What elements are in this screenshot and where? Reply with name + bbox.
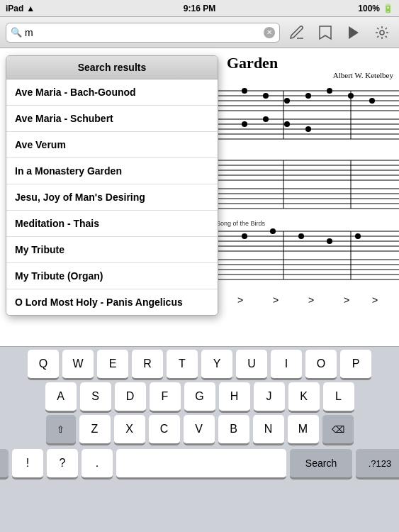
numbers-key-left[interactable]: .?123 (0, 449, 9, 479)
key-w[interactable]: W (62, 350, 94, 379)
svg-marker-0 (349, 26, 359, 39)
search-input[interactable] (25, 27, 261, 38)
delete-key[interactable]: ⌫ (322, 415, 354, 445)
key-q[interactable]: Q (28, 350, 59, 379)
search-result-item[interactable]: Jesu, Joy of Man's Desiring (6, 184, 218, 211)
key-j[interactable]: J (254, 382, 285, 412)
key-o[interactable]: O (305, 350, 337, 379)
toolbar: 🔍 ✕ (0, 17, 399, 48)
music-staves: Song of the Birds > > > > > (216, 84, 399, 346)
key-h[interactable]: H (219, 382, 250, 412)
key-t[interactable]: T (167, 350, 198, 379)
svg-point-48 (355, 233, 361, 239)
key-question[interactable]: ? (47, 449, 78, 479)
svg-text:>: > (344, 294, 349, 306)
key-c[interactable]: C (149, 415, 180, 445)
key-k[interactable]: K (288, 382, 320, 412)
search-result-item[interactable]: Ave Maria - Bach-Gounod (6, 79, 218, 106)
search-result-item[interactable]: My Tribute (Organ) (6, 263, 218, 289)
play-icon[interactable] (342, 21, 365, 44)
search-clear-button[interactable]: ✕ (264, 27, 275, 38)
key-f[interactable]: F (150, 382, 181, 412)
search-results-header: Search results (6, 56, 218, 79)
svg-text:>: > (273, 294, 279, 306)
svg-point-35 (305, 93, 311, 99)
key-period[interactable]: . (82, 449, 113, 479)
key-m[interactable]: M (288, 415, 319, 445)
svg-point-40 (263, 116, 269, 122)
search-result-item[interactable]: Meditation - Thais (6, 211, 218, 237)
search-results-list: Ave Maria - Bach-GounodAve Maria - Schub… (6, 79, 218, 315)
bookmark-icon[interactable] (314, 21, 337, 44)
keyboard-row-3: ⇧ZXCVBNM⌫ (0, 412, 399, 445)
key-p[interactable]: P (340, 350, 371, 379)
status-right: 100% 🔋 (358, 4, 393, 13)
key-n[interactable]: N (253, 415, 284, 445)
svg-point-32 (242, 88, 247, 94)
space-key[interactable] (116, 449, 286, 479)
main-content: Garden Albert W. Ketelbey (0, 48, 399, 346)
carrier-label: iPad (6, 4, 23, 13)
svg-text:Song of the Birds: Song of the Birds (216, 220, 266, 227)
key-e[interactable]: E (97, 350, 128, 379)
key-g[interactable]: G (184, 382, 215, 412)
search-result-item[interactable]: Ave Verum (6, 132, 218, 158)
key-d[interactable]: D (115, 382, 146, 412)
key-y[interactable]: Y (201, 350, 232, 379)
search-icon: 🔍 (11, 27, 22, 38)
svg-point-34 (284, 98, 290, 104)
key-r[interactable]: R (132, 350, 163, 379)
svg-point-1 (380, 31, 384, 35)
wifi-icon: ▲ (26, 4, 35, 13)
search-result-item[interactable]: O Lord Most Holy - Panis Angelicus (6, 289, 218, 315)
key-a[interactable]: A (45, 382, 77, 412)
key-v[interactable]: V (184, 415, 215, 445)
sheet-composer: Albert W. Ketelbey (333, 71, 393, 79)
search-results-dropdown: Search results Ave Maria - Bach-GounodAv… (6, 55, 218, 316)
svg-point-45 (270, 228, 276, 234)
svg-point-38 (369, 98, 375, 104)
key-b[interactable]: B (218, 415, 249, 445)
key-u[interactable]: U (236, 350, 267, 379)
svg-point-39 (242, 121, 247, 127)
svg-point-44 (242, 233, 247, 239)
svg-text:>: > (237, 294, 243, 306)
time-label: 9:16 PM (184, 4, 215, 13)
settings-icon[interactable] (371, 21, 393, 44)
key-z[interactable]: Z (79, 415, 111, 445)
svg-point-42 (305, 126, 311, 132)
svg-point-47 (327, 238, 332, 244)
search-result-item[interactable]: Ave Maria - Schubert (6, 106, 218, 132)
numbers-key-right[interactable]: .?123 (356, 449, 399, 479)
search-result-item[interactable]: In a Monastery Garden (6, 158, 218, 184)
battery-label: 100% (358, 4, 380, 13)
key-s[interactable]: S (80, 382, 111, 412)
svg-point-41 (284, 121, 290, 127)
status-bar: iPad ▲ 9:16 PM 100% 🔋 (0, 0, 399, 17)
search-result-item[interactable]: My Tribute (6, 237, 218, 263)
shift-key[interactable]: ⇧ (46, 415, 76, 445)
key-exclamation[interactable]: ! (12, 449, 43, 479)
keyboard-row-1: QWERTYUIOP (0, 347, 399, 379)
svg-text:>: > (372, 294, 378, 306)
key-x[interactable]: X (114, 415, 145, 445)
svg-text:>: > (308, 294, 314, 306)
svg-point-33 (263, 93, 269, 99)
key-l[interactable]: L (323, 382, 354, 412)
status-left: iPad ▲ (6, 4, 35, 13)
keyboard-row-4: .?123!?.Search.?123⎙ (0, 446, 399, 479)
key-i[interactable]: I (271, 350, 302, 379)
sheet-title-partial: Garden (227, 54, 278, 72)
svg-point-36 (327, 88, 332, 94)
svg-point-46 (298, 233, 304, 239)
annotate-icon[interactable] (286, 21, 308, 44)
search-key[interactable]: Search (290, 449, 352, 479)
battery-icon: 🔋 (383, 4, 393, 13)
keyboard: QWERTYUIOP ASDFGHJKL ⇧ZXCVBNM⌫ .?123!?.S… (0, 346, 399, 532)
keyboard-row-2: ASDFGHJKL (0, 379, 399, 412)
search-bar-container: 🔍 ✕ (6, 23, 280, 43)
